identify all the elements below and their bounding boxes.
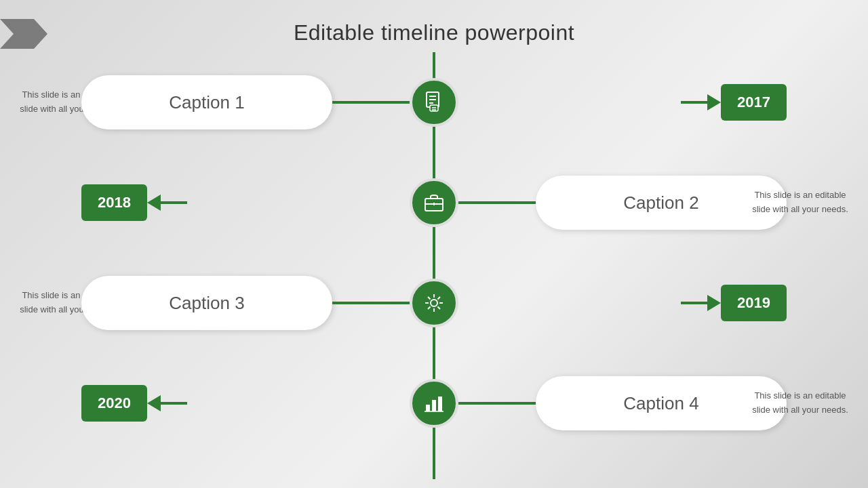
timeline-row-3: This slide is an editable slide with all… — [0, 253, 868, 353]
center-circle-4 — [410, 379, 458, 428]
gear-icon — [422, 291, 446, 315]
center-circle-2 — [410, 178, 458, 227]
center-circle-3 — [410, 279, 458, 327]
timeline-container: This slide is an editable slide with all… — [0, 52, 868, 479]
svg-line-18 — [438, 297, 441, 300]
arrow-head-4 — [147, 395, 161, 411]
svg-marker-0 — [0, 19, 47, 49]
svg-line-19 — [428, 307, 431, 310]
connector-4 — [458, 402, 536, 405]
year-badge-3: 2019 — [721, 285, 787, 321]
year-badge-1: 2017 — [721, 84, 787, 121]
svg-line-17 — [438, 307, 441, 310]
caption-label-1: Caption 1 — [169, 92, 244, 113]
caption-pill-3: Caption 3 — [81, 276, 332, 330]
year-arrow-2: 2018 — [81, 184, 187, 221]
caption-pill-1: Caption 1 — [81, 75, 332, 129]
connector-1 — [332, 101, 410, 104]
arrow-head-1 — [707, 94, 721, 110]
svg-rect-20 — [426, 405, 430, 411]
caption-label-4: Caption 4 — [623, 393, 698, 414]
arrow-connector-1 — [681, 101, 708, 104]
timeline-row-2: 2018 Caption 2 This slide is an editable… — [0, 152, 868, 253]
document-icon — [422, 90, 446, 115]
arrow-head-3 — [707, 295, 721, 311]
timeline-row-1: This slide is an editable slide with all… — [0, 52, 868, 152]
decorative-arrow — [0, 19, 47, 49]
side-text-4: This slide is an editable slide with all… — [746, 389, 854, 418]
timeline-row-4: 2020 Caption 4 This slide is an editable… — [0, 353, 868, 453]
year-arrow-3: 2019 — [681, 285, 787, 321]
svg-rect-22 — [438, 396, 442, 411]
arrow-head-2 — [147, 195, 161, 211]
arrow-connector-4 — [160, 402, 187, 405]
connector-2 — [458, 201, 536, 204]
arrow-connector-3 — [681, 302, 708, 304]
svg-rect-21 — [432, 400, 436, 411]
briefcase-icon — [422, 190, 446, 215]
caption-label-3: Caption 3 — [169, 293, 244, 314]
center-circle-1 — [410, 78, 458, 127]
year-arrow-4: 2020 — [81, 385, 187, 422]
svg-point-11 — [431, 300, 437, 306]
arrow-connector-2 — [160, 201, 187, 204]
svg-line-16 — [428, 297, 431, 300]
year-badge-2: 2018 — [81, 184, 147, 221]
connector-3 — [332, 302, 410, 304]
chart-icon — [422, 391, 446, 415]
year-arrow-1: 2017 — [681, 84, 787, 121]
page-title: Editable timeline powerpoint — [0, 0, 868, 45]
caption-label-2: Caption 2 — [623, 192, 698, 214]
year-badge-4: 2020 — [81, 385, 147, 422]
side-text-2: This slide is an editable slide with all… — [746, 188, 854, 217]
